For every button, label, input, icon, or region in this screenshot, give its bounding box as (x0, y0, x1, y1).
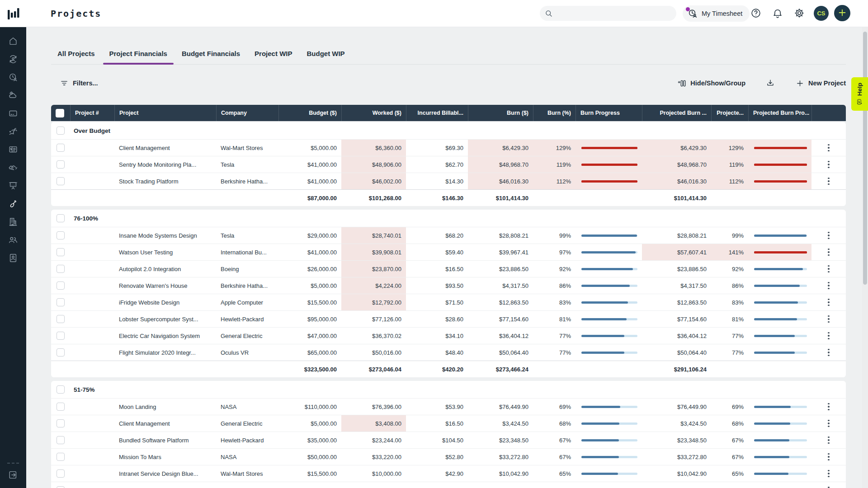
project-name-cell[interactable]: Watson User Testing (114, 244, 216, 260)
help-tab[interactable]: Help (851, 77, 868, 111)
row-checkbox[interactable] (57, 282, 65, 290)
row-checkbox[interactable] (57, 231, 65, 239)
hide-show-group-button[interactable]: Hide/Show/Group (677, 79, 745, 88)
download-icon[interactable] (765, 78, 775, 88)
project-name-cell[interactable]: Intranet Service Design Blue... (114, 465, 216, 482)
column-header-proj_burn[interactable]: Projected Burn ... (642, 105, 711, 121)
resourcing-sync-icon[interactable] (8, 54, 18, 64)
row-menu-icon[interactable] (826, 247, 831, 258)
project-name-cell[interactable]: Stock Trading Platform (114, 173, 216, 189)
leave-palm-icon[interactable] (8, 127, 18, 136)
column-header-burn[interactable]: Burn ($) (468, 105, 533, 121)
project-name-cell[interactable]: Flight Simulator 2020 Integr... (114, 344, 216, 361)
organisations-building-icon[interactable] (8, 217, 18, 227)
search-bar[interactable] (540, 6, 676, 21)
row-menu-icon[interactable] (826, 314, 831, 325)
column-header-worked[interactable]: Worked ($) (341, 105, 406, 121)
home-icon[interactable] (8, 36, 18, 46)
time-person-icon[interactable] (8, 72, 18, 82)
row-checkbox[interactable] (57, 469, 65, 478)
row-checkbox[interactable] (57, 144, 65, 152)
row-menu-icon[interactable] (826, 435, 831, 446)
row-checkbox[interactable] (57, 298, 65, 306)
tab-budget-financials[interactable]: Budget Financials (175, 42, 246, 64)
projects-shovel-icon[interactable] (8, 199, 18, 209)
row-menu-icon[interactable] (826, 468, 831, 479)
tab-all-projects[interactable]: All Projects (51, 42, 101, 64)
row-checkbox[interactable] (57, 177, 65, 185)
collapse-arrow-icon[interactable] (8, 470, 18, 480)
project-name-cell[interactable]: Bundled Software Platform (114, 432, 216, 448)
project-name-cell[interactable]: iFridge Website Design (114, 294, 216, 310)
group-checkbox[interactable] (57, 385, 65, 394)
project-name-cell[interactable]: Renovate Warren's House (114, 277, 216, 294)
row-menu-icon[interactable] (826, 451, 831, 463)
project-name-cell[interactable]: Sentry Mode Monitoring Pla... (114, 156, 216, 173)
avatar[interactable]: CS (814, 6, 829, 21)
project-name-cell[interactable]: Mission To Mars (114, 449, 216, 465)
row-menu-icon[interactable] (826, 485, 831, 488)
row-checkbox[interactable] (57, 248, 65, 256)
project-name-cell[interactable]: Lobster Supercomputer Syst... (114, 311, 216, 327)
billing-card-icon[interactable] (8, 108, 18, 118)
partners-handshake-icon[interactable] (8, 163, 18, 173)
row-menu-icon[interactable] (826, 263, 831, 275)
project-name-cell[interactable]: Distributed Bitcoin Mining Pla... (114, 482, 216, 488)
column-header-burn_bar[interactable]: Burn Progress (576, 105, 642, 121)
row-menu-icon[interactable] (826, 330, 831, 342)
row-menu-icon[interactable] (826, 280, 831, 291)
column-header-incurred[interactable]: Incurred Billabl... (406, 105, 468, 121)
new-project-button[interactable]: New Project (795, 79, 846, 88)
row-menu-icon[interactable] (826, 159, 831, 170)
group-checkbox[interactable] (57, 127, 65, 135)
column-header-company[interactable]: Company (216, 105, 278, 121)
row-checkbox[interactable] (57, 403, 65, 411)
column-header-proj_pct[interactable]: Projecte... (711, 105, 748, 121)
row-menu-icon[interactable] (826, 230, 831, 241)
column-header-number[interactable]: Project # (70, 105, 114, 121)
bell-icon[interactable] (769, 5, 787, 23)
tab-project-financials[interactable]: Project Financials (103, 42, 174, 64)
row-menu-icon[interactable] (826, 347, 831, 358)
my-timesheet-button[interactable]: My Timesheet (683, 5, 750, 22)
project-name-cell[interactable]: Client Management (114, 140, 216, 156)
scrollbar-thumb[interactable] (863, 32, 867, 285)
invoices-icon[interactable] (8, 145, 18, 155)
help-icon[interactable] (747, 5, 765, 23)
project-name-cell[interactable]: Autopilot 2.0 Integration (114, 261, 216, 277)
tab-project-wip[interactable]: Project WIP (248, 42, 298, 64)
column-header-proj_bar[interactable]: Projected Burn Pro... (748, 105, 811, 121)
row-checkbox[interactable] (57, 453, 65, 461)
row-checkbox[interactable] (57, 160, 65, 169)
row-checkbox[interactable] (57, 348, 65, 357)
gear-icon[interactable] (790, 5, 808, 23)
project-name-cell[interactable]: Moon Landing (114, 399, 216, 415)
row-checkbox[interactable] (57, 486, 65, 488)
project-name-cell[interactable]: Electric Car Navigation System (114, 328, 216, 344)
select-all-checkbox[interactable] (56, 109, 64, 117)
group-checkbox[interactable] (57, 214, 65, 222)
row-checkbox[interactable] (57, 265, 65, 273)
row-checkbox[interactable] (57, 436, 65, 444)
search-input[interactable] (557, 10, 672, 17)
people-group-icon[interactable] (8, 235, 18, 245)
column-header-project[interactable]: Project (114, 105, 216, 121)
row-menu-icon[interactable] (826, 401, 831, 413)
row-menu-icon[interactable] (826, 142, 831, 154)
row-menu-icon[interactable] (826, 176, 831, 187)
column-header-budget[interactable]: Budget ($) (278, 105, 341, 121)
filters-button[interactable]: Filters... (60, 79, 98, 88)
row-menu-icon[interactable] (826, 418, 831, 429)
tab-budget-wip[interactable]: Budget WIP (300, 42, 351, 64)
reports-presentation-icon[interactable] (8, 181, 18, 191)
row-checkbox[interactable] (57, 332, 65, 340)
column-header-actions[interactable] (811, 105, 846, 121)
profile-card-icon[interactable] (8, 253, 18, 263)
row-checkbox[interactable] (57, 315, 65, 323)
project-name-cell[interactable]: Insane Mode Systems Design (114, 227, 216, 244)
row-menu-icon[interactable] (826, 297, 831, 308)
row-checkbox[interactable] (57, 419, 65, 427)
add-new-button[interactable] (834, 5, 850, 21)
forecast-cloud-icon[interactable] (8, 90, 18, 100)
project-name-cell[interactable]: Client Management (114, 415, 216, 432)
